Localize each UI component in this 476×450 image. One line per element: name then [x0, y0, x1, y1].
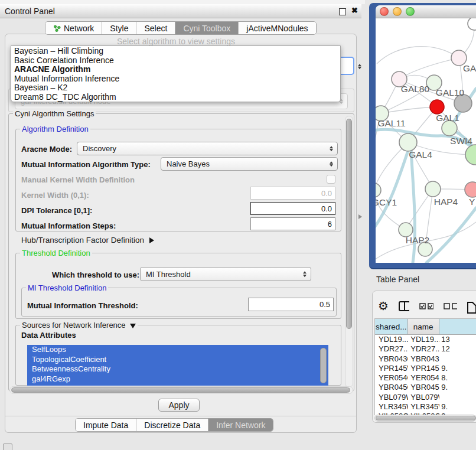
network-node[interactable]: [468, 18, 476, 30]
tab-infer-network[interactable]: Infer Network: [208, 419, 273, 431]
attributes-scrollbar[interactable]: [320, 348, 327, 383]
table-row[interactable]: YDL19...YDL19...13: [375, 335, 476, 344]
tab-jactivemnodules[interactable]: jActiveMNodules: [239, 22, 315, 34]
document-icon[interactable]: [467, 302, 476, 314]
which-threshold-combobox[interactable]: MI Threshold: [140, 267, 311, 281]
network-node[interactable]: [425, 181, 441, 197]
network-node-label: GAL11: [377, 118, 405, 128]
node-table[interactable]: shared...name YDL19...YDL19...13YDR27...…: [374, 318, 476, 415]
table-cell: YBR045C: [375, 383, 408, 392]
network-view[interactable]: GALGAL80GAL10GAL1GAL11SWI4GAL4GCY1HAP4YH…: [376, 18, 476, 263]
close-icon[interactable]: ✖: [351, 6, 358, 15]
minimized-panel-icon[interactable]: [3, 444, 12, 450]
aracne-mode-value: Discovery: [83, 144, 116, 153]
tab-discretize-data[interactable]: Discretize Data: [136, 419, 208, 431]
table-row[interactable]: YDR27...YDR27...12: [375, 344, 476, 354]
mi-steps-label: Mutual Information Steps:: [21, 221, 116, 230]
tab-network[interactable]: Network: [45, 22, 102, 34]
tab-label: jActiveMNodules: [246, 24, 308, 33]
network-node[interactable]: [465, 145, 476, 165]
screenshot-root: Control Panel ✖ NetworkStyleSelectCyni T…: [0, 0, 476, 450]
hub-section-toggle[interactable]: Hub/Transcription Factor Definition: [21, 236, 154, 244]
cyni-settings-title: Cyni Algorithm Settings: [13, 109, 96, 118]
mi-type-combobox[interactable]: Naive Bayes: [161, 157, 338, 171]
algorithm-option[interactable]: Bayesian – K2: [11, 83, 340, 93]
algorithm-option[interactable]: Basic Correlation Inference: [11, 56, 340, 66]
bottom-tab-bar: Impute DataDiscretize DataInfer Network: [75, 418, 273, 432]
manual-kernel-checkbox[interactable]: [327, 175, 335, 184]
table-body: YDL19...YDL19...13YDR27...YDR27...12YBR0…: [375, 335, 476, 415]
float-window-icon[interactable]: [339, 8, 346, 15]
table-row[interactable]: YBR043CYBR043C: [375, 354, 476, 364]
table-row[interactable]: YLR345WYLR345W9.: [375, 402, 476, 412]
attribute-item[interactable]: BetweennessCentrality: [27, 364, 328, 374]
tab-select[interactable]: Select: [136, 22, 175, 34]
table-cell: YER054C: [408, 373, 439, 383]
table-column-header[interactable]: name: [408, 319, 439, 334]
threshold-title: Threshold Definition: [20, 249, 92, 257]
minimize-traffic-light-icon[interactable]: [393, 7, 402, 16]
algorithm-option[interactable]: ARACNE Algorithm: [11, 65, 340, 74]
network-node[interactable]: [376, 183, 381, 197]
table-row[interactable]: YER054CYER054C8.: [375, 373, 476, 383]
table-cell: [439, 354, 476, 364]
table-horizontal-scrollbar-thumb[interactable]: [376, 416, 476, 420]
mi-steps-value: 6: [328, 220, 332, 229]
apply-button[interactable]: Apply: [158, 399, 200, 412]
table-cell: YBL079W: [408, 393, 439, 402]
network-node-label: Y: [469, 197, 475, 207]
sources-title[interactable]: Sources for Network Inference: [20, 321, 138, 330]
kernel-width-field[interactable]: 0.0: [250, 187, 335, 200]
splitpane-collapse-icon[interactable]: [358, 214, 362, 219]
zoom-traffic-light-icon[interactable]: [406, 7, 415, 16]
checked-columns-icon[interactable]: [419, 303, 433, 309]
table-row[interactable]: YBR045CYBR045C9.: [375, 383, 476, 392]
data-attributes-list[interactable]: SelfLoopsTopologicalCoefficientBetweenne…: [27, 345, 328, 386]
close-traffic-light-icon[interactable]: [380, 7, 389, 16]
table-cell: YBR043C: [408, 354, 439, 364]
table-row[interactable]: YPR145WYPR145W9.: [375, 364, 476, 373]
table-cell: 9.: [439, 364, 476, 373]
tab-label: Impute Data: [83, 420, 128, 430]
network-node[interactable]: [465, 182, 476, 197]
table-cell: YBR043C: [375, 354, 408, 364]
settings-gear-icon[interactable]: ⚙: [378, 300, 389, 312]
table-column-header[interactable]: [439, 319, 476, 334]
tab-label: Select: [144, 24, 167, 33]
network-edge[interactable]: [381, 107, 437, 113]
split-columns-icon[interactable]: [399, 301, 409, 311]
dpi-tolerance-field[interactable]: 0.0: [250, 202, 335, 215]
combo-spinner-icon: [330, 161, 333, 167]
table-cell: YBL079W: [375, 393, 408, 402]
network-edge[interactable]: [411, 151, 415, 263]
network-node-label: GAL4: [409, 149, 432, 159]
mi-threshold-field[interactable]: 0.5: [248, 298, 334, 311]
attribute-item[interactable]: TopologicalCoefficient: [27, 355, 328, 365]
table-header-row: shared...name: [375, 319, 476, 335]
table-cell: YPR145W: [408, 364, 439, 373]
mi-type-label: Mutual Information Algorithm Type:: [21, 160, 151, 169]
kernel-width-label: Kernel Width (0,1):: [21, 191, 89, 200]
table-cell: YLR345W: [408, 402, 439, 412]
attribute-item[interactable]: gal4RGexp: [27, 374, 328, 384]
unchecked-columns-icon[interactable]: [444, 303, 458, 309]
table-column-header[interactable]: shared...: [375, 319, 408, 334]
settings-vertical-scrollbar-thumb[interactable]: [346, 119, 352, 329]
network-node[interactable]: [430, 100, 444, 114]
table-row[interactable]: YBL079WYBL079W: [375, 393, 476, 402]
combo-spinner-icon: [358, 64, 361, 70]
dpi-tolerance-label: DPI Tolerance [0,1]:: [21, 206, 92, 215]
aracne-mode-label: Aracne Mode:: [21, 145, 72, 154]
algorithm-option[interactable]: Bayesian – Hill Climbing: [11, 47, 340, 56]
tab-cyni-toolbox[interactable]: Cyni Toolbox: [175, 22, 239, 34]
settings-horizontal-scrollbar-thumb[interactable]: [11, 387, 350, 393]
network-window-titlebar[interactable]: [376, 5, 476, 18]
aracne-mode-combobox[interactable]: Discovery: [77, 142, 338, 155]
attribute-item[interactable]: SelfLoops: [27, 345, 328, 355]
mi-steps-field[interactable]: 6: [250, 217, 335, 230]
network-node[interactable]: [399, 133, 417, 151]
algorithm-option[interactable]: Mutual Information Inference: [11, 74, 340, 84]
tab-style[interactable]: Style: [102, 22, 136, 34]
tab-impute-data[interactable]: Impute Data: [76, 419, 136, 431]
algorithm-option[interactable]: Dream8 DC_TDC Algorithm: [11, 93, 340, 102]
